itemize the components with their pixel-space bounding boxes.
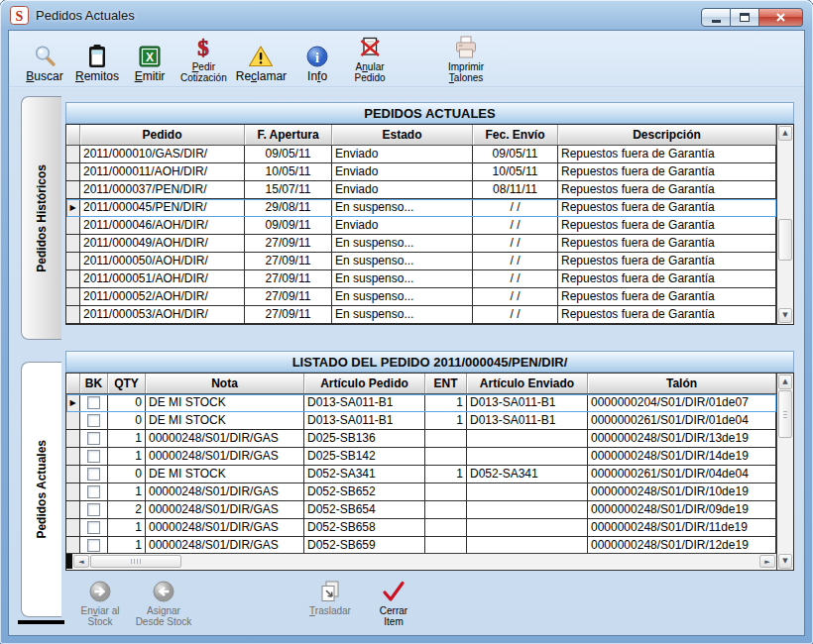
cell-descripcion[interactable]: Repuestos fuera de Garantía: [558, 235, 776, 252]
cell-talon[interactable]: 0000000248/S01/DIR/10de19: [588, 483, 776, 500]
cell-bk[interactable]: [80, 430, 108, 447]
cell-talon[interactable]: 0000000248/S01/DIR/11de19: [588, 519, 776, 536]
orders-vscrollbar[interactable]: ▲ ▼: [776, 125, 793, 324]
cell-nota[interactable]: DE MI STOCK: [146, 412, 304, 429]
cell-ent[interactable]: 1: [425, 394, 467, 411]
row-selector[interactable]: [66, 519, 80, 536]
cell-envio[interactable]: / /: [473, 288, 558, 305]
cell-articulo-pedido[interactable]: D052-SB654: [304, 501, 425, 518]
cell-articulo-pedido[interactable]: D052-SB659: [304, 537, 425, 553]
scroll-left-button[interactable]: ◄: [73, 555, 89, 568]
cell-apertura[interactable]: 09/09/11: [245, 217, 332, 234]
cell-articulo-enviado[interactable]: [467, 430, 588, 447]
cerrar-item-button[interactable]: CerrarItem: [365, 578, 422, 627]
cell-envio[interactable]: / /: [473, 306, 558, 323]
cell-articulo-pedido[interactable]: D013-SA011-B1: [304, 394, 425, 411]
detail-vscroll-thumb[interactable]: [778, 390, 792, 438]
orders-vscroll-thumb[interactable]: [778, 219, 792, 261]
cell-estado[interactable]: En suspenso...: [332, 235, 473, 252]
row-selector[interactable]: [66, 306, 80, 323]
cell-qty[interactable]: 0: [108, 394, 146, 411]
cell-nota[interactable]: 00000248/S01/DIR/GAS: [146, 430, 304, 447]
row-selector[interactable]: [66, 430, 80, 447]
cell-ent[interactable]: [425, 537, 467, 553]
cell-nota[interactable]: DE MI STOCK: [146, 394, 304, 411]
column-header[interactable]: Estado: [332, 125, 473, 145]
cell-envio[interactable]: 10/05/11: [473, 163, 558, 180]
cell-pedido[interactable]: 2011/000010/GAS/DIR/: [80, 146, 245, 162]
maximize-button[interactable]: [731, 8, 759, 27]
enviar-al-stock-button[interactable]: Enviar alStock: [71, 578, 129, 627]
row-selector[interactable]: [66, 217, 80, 234]
cell-envio[interactable]: / /: [473, 235, 558, 252]
table-row[interactable]: 200000248/S01/DIR/GASD052-SB654000000024…: [66, 501, 776, 519]
scroll-right-button[interactable]: ►: [759, 555, 775, 568]
cell-ent[interactable]: [425, 430, 467, 447]
cell-talon[interactable]: 0000000248/S01/DIR/13de19: [588, 430, 776, 447]
row-selector[interactable]: [66, 448, 80, 465]
table-row[interactable]: 100000248/S01/DIR/GASD052-SB658000000024…: [66, 519, 776, 537]
cell-qty[interactable]: 1: [108, 537, 146, 553]
cell-apertura[interactable]: 29/08/11: [245, 199, 332, 216]
cell-talon[interactable]: 0000000204/S01/DIR/01de07: [588, 394, 776, 411]
cell-bk[interactable]: [80, 537, 108, 553]
column-header[interactable]: Nota: [146, 374, 304, 393]
emitir-button[interactable]: XEmitir: [128, 34, 172, 83]
cell-descripcion[interactable]: Repuestos fuera de Garantía: [558, 199, 776, 216]
cell-apertura[interactable]: 10/05/11: [245, 163, 332, 180]
anular-pedido-button[interactable]: AnularPedido: [348, 34, 392, 83]
cell-estado[interactable]: Enviado: [332, 146, 473, 162]
cell-articulo-pedido[interactable]: D025-SB136: [304, 430, 425, 447]
cell-qty[interactable]: 1: [108, 483, 146, 500]
cell-estado[interactable]: Enviado: [332, 163, 473, 180]
cell-descripcion[interactable]: Repuestos fuera de Garantía: [558, 288, 776, 305]
remitos-button[interactable]: Remitos: [75, 34, 119, 83]
cell-pedido[interactable]: 2011/000046/AOH/DIR/: [80, 217, 245, 234]
bk-checkbox[interactable]: [87, 396, 100, 409]
table-row[interactable]: 2011/000046/AOH/DIR/09/09/11Enviado/ /Re…: [66, 217, 776, 235]
cell-envio[interactable]: / /: [473, 253, 558, 269]
cell-talon[interactable]: 0000000261/S01/DIR/04de04: [588, 466, 776, 483]
row-selector[interactable]: [66, 253, 80, 269]
cell-talon[interactable]: 0000000248/S01/DIR/12de19: [588, 537, 776, 553]
bk-checkbox[interactable]: [87, 539, 100, 552]
cell-descripcion[interactable]: Repuestos fuera de Garantía: [558, 253, 776, 269]
cell-articulo-pedido[interactable]: D013-SA011-B1: [304, 412, 425, 429]
cell-articulo-enviado[interactable]: [467, 537, 588, 553]
titlebar[interactable]: S Pedidos Actuales: [0, 0, 813, 30]
cell-apertura[interactable]: 15/07/11: [245, 181, 332, 198]
cell-apertura[interactable]: 27/09/11: [245, 253, 332, 269]
cell-descripcion[interactable]: Repuestos fuera de Garantía: [558, 270, 776, 287]
current-row-marker[interactable]: ▶: [66, 394, 80, 411]
cell-articulo-pedido[interactable]: D052-SB658: [304, 519, 425, 536]
cell-bk[interactable]: [80, 394, 108, 411]
cell-pedido[interactable]: 2011/000045/PEN/DIR/: [80, 199, 245, 216]
cell-nota[interactable]: 00000248/S01/DIR/GAS: [146, 448, 304, 465]
cell-envio[interactable]: / /: [473, 199, 558, 216]
cell-nota[interactable]: 00000248/S01/DIR/GAS: [146, 537, 304, 553]
cell-articulo-enviado[interactable]: [467, 483, 588, 500]
row-selector[interactable]: [66, 146, 80, 162]
minimize-button[interactable]: [701, 8, 731, 27]
asignar-desde-stock-button[interactable]: AsignarDesde Stock: [135, 578, 192, 627]
cell-ent[interactable]: 1: [425, 466, 467, 483]
cell-articulo-pedido[interactable]: D052-SA341: [304, 466, 425, 483]
column-header[interactable]: F. Apertura: [245, 125, 332, 145]
cell-pedido[interactable]: 2011/000037/PEN/DIR/: [80, 181, 245, 198]
table-row[interactable]: 2011/000052/AOH/DIR/27/09/11En suspenso.…: [66, 288, 776, 306]
column-header[interactable]: Talón: [588, 374, 776, 393]
row-selector[interactable]: [66, 163, 80, 180]
cell-ent[interactable]: [425, 483, 467, 500]
cell-estado[interactable]: En suspenso...: [332, 288, 473, 305]
table-row[interactable]: 0DE MI STOCKD013-SA011-B11D013-SA011-B10…: [66, 412, 776, 430]
cell-estado[interactable]: En suspenso...: [332, 270, 473, 287]
bk-checkbox[interactable]: [87, 414, 100, 427]
row-selector[interactable]: [66, 466, 80, 483]
row-selector[interactable]: [66, 412, 80, 429]
scroll-up-button[interactable]: ▲: [778, 126, 792, 141]
cell-talon[interactable]: 0000000261/S01/DIR/01de04: [588, 412, 776, 429]
cell-apertura[interactable]: 27/09/11: [245, 306, 332, 323]
detail-vscrollbar[interactable]: ▲ ▼: [776, 374, 793, 570]
bk-checkbox[interactable]: [87, 450, 100, 463]
cell-envio[interactable]: / /: [473, 270, 558, 287]
